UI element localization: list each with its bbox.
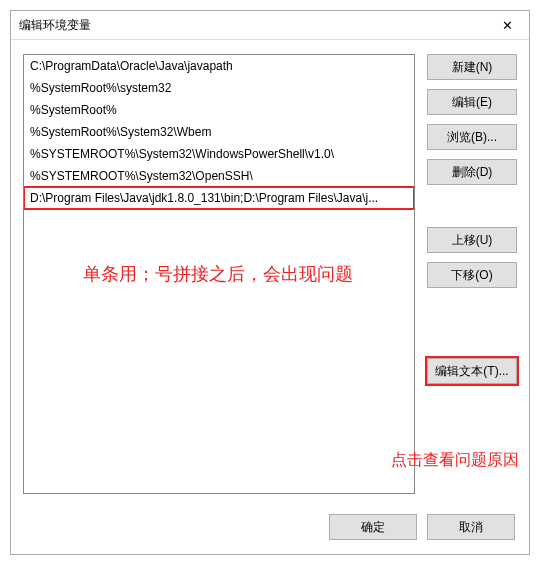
list-item[interactable]: %SYSTEMROOT%\System32\OpenSSH\ <box>24 165 414 187</box>
list-item[interactable]: C:\ProgramData\Oracle\Java\javapath <box>24 55 414 77</box>
list-item[interactable]: %SYSTEMROOT%\System32\WindowsPowerShell\… <box>24 143 414 165</box>
new-button[interactable]: 新建(N) <box>427 54 517 80</box>
browse-button[interactable]: 浏览(B)... <box>427 124 517 150</box>
list-item[interactable]: %SystemRoot%\System32\Wbem <box>24 121 414 143</box>
close-icon[interactable]: ✕ <box>493 15 521 35</box>
titlebar: 编辑环境变量 ✕ <box>11 11 529 40</box>
list-item-selected[interactable]: D:\Program Files\Java\jdk1.8.0_131\bin;D… <box>24 187 414 209</box>
env-var-dialog: 编辑环境变量 ✕ C:\ProgramData\Oracle\Java\java… <box>10 10 530 555</box>
edit-button[interactable]: 编辑(E) <box>427 89 517 115</box>
delete-button[interactable]: 删除(D) <box>427 159 517 185</box>
side-button-panel: 新建(N) 编辑(E) 浏览(B)... 删除(D) 上移(U) 下移(O) 编… <box>427 54 517 494</box>
dialog-title: 编辑环境变量 <box>19 17 493 34</box>
moveup-button[interactable]: 上移(U) <box>427 227 517 253</box>
list-item[interactable]: %SystemRoot% <box>24 99 414 121</box>
dialog-content: C:\ProgramData\Oracle\Java\javapath %Sys… <box>11 40 529 504</box>
movedown-button[interactable]: 下移(O) <box>427 262 517 288</box>
cancel-button[interactable]: 取消 <box>427 514 515 540</box>
edittext-button[interactable]: 编辑文本(T)... <box>427 358 517 384</box>
list-item[interactable]: %SystemRoot%\system32 <box>24 77 414 99</box>
dialog-footer: 确定 取消 <box>11 504 529 554</box>
ok-button[interactable]: 确定 <box>329 514 417 540</box>
path-listbox[interactable]: C:\ProgramData\Oracle\Java\javapath %Sys… <box>23 54 415 494</box>
